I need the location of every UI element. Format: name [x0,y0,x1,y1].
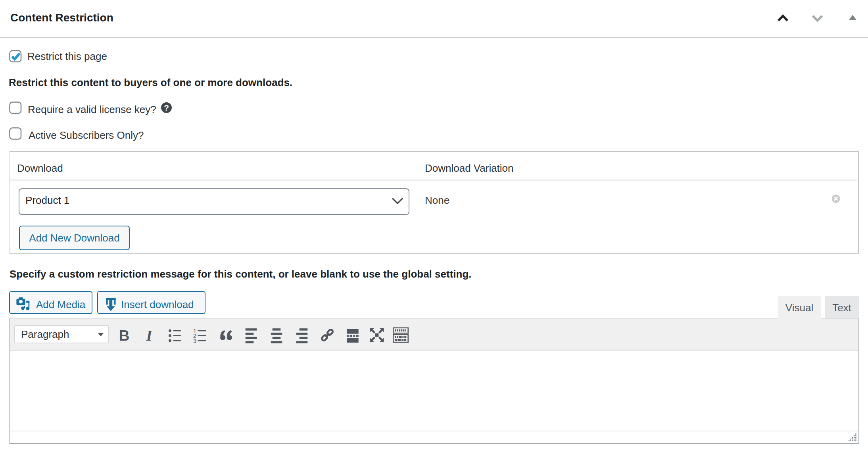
svg-text:?: ? [164,103,169,112]
svg-text:I: I [146,327,153,344]
svg-text:B: B [119,328,130,344]
svg-text:3: 3 [193,337,197,344]
